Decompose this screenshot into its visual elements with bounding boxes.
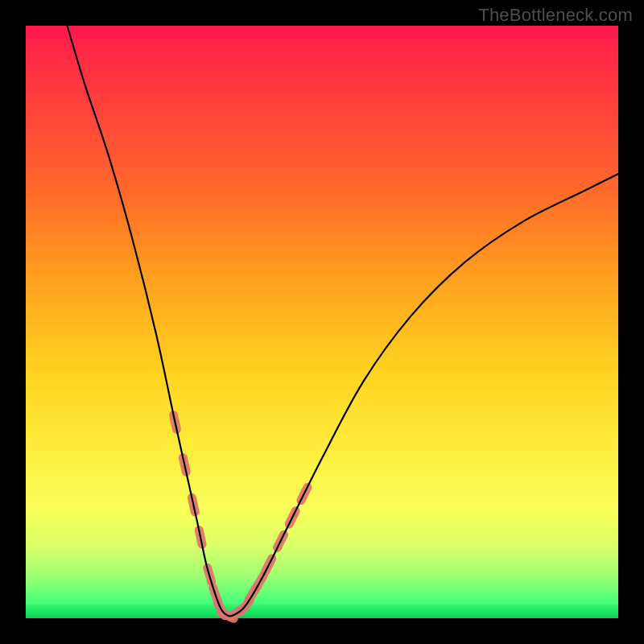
highlight-segments bbox=[174, 415, 308, 619]
curve-layer bbox=[26, 26, 618, 618]
plot-area bbox=[26, 26, 618, 618]
watermark-text: TheBottleneck.com bbox=[478, 5, 633, 26]
bottleneck-curve bbox=[68, 26, 618, 616]
chart-frame: TheBottleneck.com bbox=[0, 0, 644, 644]
